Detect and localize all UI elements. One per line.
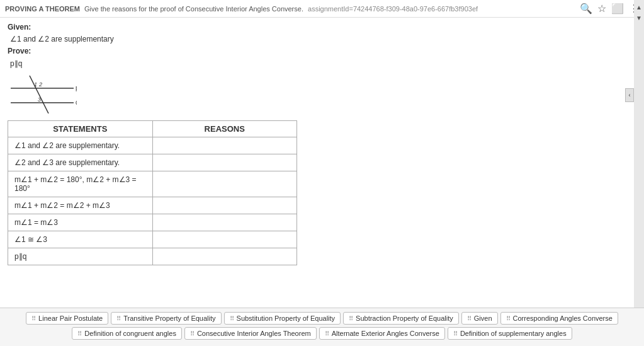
diagram-svg: p q 1 2 3 — [8, 72, 77, 113]
drag-handle-icon: ⠿ — [190, 330, 195, 337]
svg-text:3: 3 — [38, 96, 41, 103]
reason-input[interactable] — [159, 180, 291, 188]
reason-cell[interactable] — [152, 248, 297, 265]
drag-handle-icon: ⠿ — [325, 330, 329, 337]
chip-label: Linear Pair Postulate — [38, 314, 103, 322]
table-row: ∠2 and ∠3 are supplementary. — [8, 154, 297, 171]
statement-cell: p∥q — [8, 248, 153, 265]
drag-handle-icon: ⠿ — [77, 330, 82, 337]
chips-row-1: ⠿Linear Pair Postulate⠿Transitive Proper… — [5, 312, 639, 325]
reasons-header: REASONS — [152, 120, 297, 137]
bottom-panel: ⠿Linear Pair Postulate⠿Transitive Proper… — [0, 308, 644, 346]
search-icon[interactable]: 🔍 — [580, 3, 592, 14]
right-sidebar: ▲ ▼ — [634, 0, 644, 340]
star-icon[interactable]: ☆ — [597, 3, 606, 14]
statement-cell: ∠1 ≅ ∠3 — [8, 231, 153, 248]
drag-handle-icon: ⠿ — [467, 315, 472, 322]
statement-cell: m∠1 = m∠3 — [8, 214, 153, 231]
chip-label: Substitution Property of Equality — [237, 314, 336, 322]
chip-label: Alternate Exterior Angles Converse — [332, 330, 439, 337]
drag-chip[interactable]: ⠿Transitive Property of Equality — [111, 312, 221, 325]
drag-handle-icon: ⠿ — [230, 315, 234, 322]
reason-input[interactable] — [159, 252, 291, 261]
drag-chip[interactable]: ⠿Alternate Exterior Angles Converse — [319, 327, 445, 340]
diagram: p q 1 2 3 — [8, 72, 77, 117]
drag-chip[interactable]: ⠿Substitution Property of Equality — [224, 312, 341, 325]
statement-cell: ∠1 and ∠2 are supplementary. — [8, 137, 153, 154]
drag-handle-icon: ⠿ — [453, 330, 458, 337]
reason-cell[interactable] — [152, 214, 297, 231]
drag-chip[interactable]: ⠿Definition of supplementary angles — [448, 327, 572, 340]
drag-handle-icon: ⠿ — [349, 315, 353, 322]
statements-header: STATEMENTS — [8, 120, 153, 137]
chip-label: Given — [474, 314, 492, 322]
drag-chip[interactable]: ⠿Linear Pair Postulate — [26, 312, 108, 325]
chip-label: Consecutive Interior Angles Theorem — [197, 330, 311, 337]
table-row: m∠1 + m∠2 = 180°, m∠2 + m∠3 = 180° — [8, 171, 297, 197]
reason-cell[interactable] — [152, 154, 297, 171]
reason-input[interactable] — [159, 141, 291, 150]
table-row: m∠1 = m∠3 — [8, 214, 297, 231]
svg-text:2: 2 — [38, 81, 42, 88]
drag-chip[interactable]: ⠿Consecutive Interior Angles Theorem — [184, 327, 317, 340]
statement-cell: m∠1 + m∠2 = 180°, m∠2 + m∠3 = 180° — [8, 171, 153, 197]
chip-label: Corresponding Angles Converse — [513, 314, 613, 322]
table-row: m∠1 + m∠2 = m∠2 + m∠3 — [8, 197, 297, 214]
top-bar-text: PROVING A THEOREM Give the reasons for t… — [5, 5, 580, 13]
reason-cell[interactable] — [152, 231, 297, 248]
reason-input[interactable] — [159, 218, 291, 227]
prove-line: Prove: p∥q — [8, 45, 636, 69]
reason-input[interactable] — [159, 235, 291, 244]
top-bar: PROVING A THEOREM Give the reasons for t… — [0, 0, 644, 18]
chip-label: Subtraction Property of Equality — [356, 314, 453, 322]
chip-label: Definition of congruent angles — [84, 330, 176, 337]
svg-text:q: q — [76, 99, 77, 106]
sidebar-down-button[interactable]: ▼ — [635, 13, 643, 23]
proof-table: STATEMENTS REASONS ∠1 and ∠2 are supplem… — [8, 120, 297, 265]
drag-handle-icon: ⠿ — [31, 315, 36, 322]
chips-row-2: ⠿Definition of congruent angles⠿Consecut… — [5, 327, 639, 340]
drag-chip[interactable]: ⠿Definition of congruent angles — [72, 327, 182, 340]
table-row: ∠1 and ∠2 are supplementary. — [8, 137, 297, 154]
drag-chip[interactable]: ⠿Corresponding Angles Converse — [500, 312, 618, 325]
copy-icon[interactable]: ⬜ — [611, 3, 624, 14]
table-row: ∠1 ≅ ∠3 — [8, 231, 297, 248]
statement-cell: m∠1 + m∠2 = m∠2 + m∠3 — [8, 197, 153, 214]
drag-chip[interactable]: ⠿Subtraction Property of Equality — [343, 312, 459, 325]
reason-cell[interactable] — [152, 171, 297, 197]
reason-input[interactable] — [159, 201, 291, 210]
given-prove: Given: ∠1 and ∠2 are supplementary Prove… — [8, 21, 636, 70]
given-line: Given: ∠1 and ∠2 are supplementary — [8, 21, 636, 45]
drag-chip[interactable]: ⠿Given — [461, 312, 498, 325]
top-bar-actions: 🔍 ☆ ⬜ ⋮ — [580, 3, 639, 14]
sidebar-up-button[interactable]: ▲ — [635, 3, 643, 12]
svg-text:1: 1 — [34, 81, 37, 88]
svg-text:p: p — [76, 84, 77, 91]
reason-input[interactable] — [159, 158, 291, 167]
statement-cell: ∠2 and ∠3 are supplementary. — [8, 154, 153, 171]
reason-cell[interactable] — [152, 197, 297, 214]
proving-label: PROVING A THEOREM Give the reasons for t… — [5, 5, 478, 13]
reason-cell[interactable] — [152, 137, 297, 154]
chip-label: Definition of supplementary angles — [460, 330, 567, 337]
drag-handle-icon: ⠿ — [116, 315, 121, 322]
content-area: Given: ∠1 and ∠2 are supplementary Prove… — [0, 18, 644, 265]
drag-handle-icon: ⠿ — [506, 315, 511, 322]
collapse-button[interactable]: ‹ — [625, 88, 634, 102]
chip-label: Transitive Property of Equality — [123, 314, 215, 322]
table-row: p∥q — [8, 248, 297, 265]
